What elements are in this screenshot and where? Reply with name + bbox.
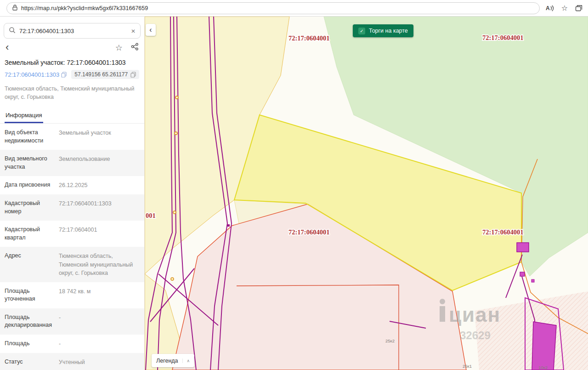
table-row: АдресТюменская область, Тюменский муници… [0,247,144,282]
table-row: Площадь декларированная- [0,308,144,335]
clear-search-icon[interactable] [131,27,136,35]
property-label: Статус [5,358,54,366]
search-box[interactable] [4,23,141,39]
read-aloud-icon[interactable]: A [545,5,554,12]
address-bar[interactable]: https://map.ru/pkk?ysclid=mkw5gx6l7k3316… [6,2,540,14]
map-canvas[interactable]: циан 32629 72:17:0604001 72:17:0604001 7… [145,17,588,370]
property-label: Дата присвоения [5,181,54,189]
building[interactable] [531,279,534,282]
url-text: https://map.ru/pkk?ysclid=mkw5gx6l7k3316… [21,5,148,11]
share-button[interactable] [131,43,139,52]
watermark-text: циан [449,303,501,326]
house-label: 25к2 [385,338,395,343]
coordinates-text: 57.149156 65.261177 [74,71,128,78]
map-area[interactable]: циан 32629 72:17:0604001 72:17:0604001 7… [145,17,588,370]
tab-bar: Информация [0,108,144,124]
torgi-button[interactable]: ✓ Торги на карте [353,24,413,37]
property-value: Землепользование [59,155,140,171]
search-input[interactable] [19,28,127,34]
app-body: Земельный участок: 72:17:0604001:1303 72… [0,17,588,370]
cadastral-number-text: 72:17:0604001:1303 [5,71,59,78]
table-row: Дата присвоения26.12.2025 [0,176,144,194]
object-address: Тюменская область, Тюменский муниципальн… [5,85,140,101]
browser-chrome: https://map.ru/pkk?ysclid=mkw5gx6l7k3316… [0,0,588,17]
table-row: Кадастровый номер72:17:0604001:1303 [0,194,144,221]
property-value: 26.12.2025 [59,181,140,189]
property-label: Площадь декларированная [5,313,54,330]
property-value: 18 742 кв. м [59,287,140,303]
back-button[interactable] [6,42,9,52]
page-title: Земельный участок: 72:17:0604001:1303 [5,59,140,66]
property-value: - [59,340,140,348]
table-row: Вид земельного участкаЗемлепользование [0,150,144,176]
info-sidebar: Земельный участок: 72:17:0604001:1303 72… [0,17,145,370]
property-label: Площадь [5,340,54,348]
check-icon: ✓ [358,28,365,34]
quarter-label: 72:17:0604001 [288,228,329,236]
property-value: - [59,313,140,330]
table-row: Площадь- [0,335,144,353]
svg-text:A: A [546,5,550,11]
copy-icon[interactable] [130,72,136,78]
legend-label: Легенда [156,358,178,364]
quarter-label: 72:17:0604001 [482,228,523,236]
search-icon [9,27,16,35]
property-value: Земельный участок [59,129,140,145]
chevron-up-icon [182,359,190,363]
collections-icon[interactable] [575,5,582,11]
sidebar-nav-row [6,42,139,52]
quarter-label: 72:17:0604001 [288,34,329,42]
utility-node [227,224,230,227]
torgi-label: Торги на карте [369,28,408,34]
table-row: СтатусУчтенный [0,353,144,370]
property-label: Адрес [5,252,54,277]
collapse-sidebar-button[interactable] [146,24,156,36]
table-row: Площадь уточненная18 742 кв. м [0,282,144,308]
favorite-button[interactable] [115,43,123,52]
building[interactable] [532,322,556,370]
legend-button[interactable]: Легенда [152,354,194,367]
house-label: 25к1 [463,364,472,369]
browser-actions: A [545,4,582,12]
favorites-star-icon[interactable] [561,4,568,12]
property-label: Площадь уточненная [5,287,54,303]
building[interactable] [517,243,529,252]
property-label: Вид объекта недвижимости [5,129,54,145]
property-value: 72:17:0604001 [59,226,140,242]
coordinates-chip[interactable]: 57.149156 65.261177 [71,70,139,79]
watermark-number: 32629 [460,329,491,342]
lock-icon [12,5,17,12]
property-value: Тюменская область, Тюменский муниципальн… [59,252,140,277]
quarter-label: 72:17:0604001 [482,34,523,41]
cadastral-number-link[interactable]: 72:17:0604001:1303 [5,71,67,78]
property-value: 72:17:0604001:1303 [59,199,140,216]
property-label: Вид земельного участка [5,155,54,171]
property-value: Учтенный [59,358,140,366]
table-row: Вид объекта недвижимостиЗемельный участо… [0,124,144,150]
properties-table: Вид объекта недвижимостиЗемельный участо… [0,124,144,370]
building[interactable] [520,272,525,276]
property-label: Кадастровый номер [5,199,54,216]
table-row: Кадастровый квартал72:17:0604001 [0,221,144,247]
copy-icon[interactable] [61,72,67,78]
identifier-chips: 72:17:0604001:1303 57.149156 65.261177 [5,70,140,79]
property-label: Кадастровый квартал [5,226,54,242]
quarter-label-partial: 001 [146,212,156,219]
tab-information[interactable]: Информация [5,108,43,123]
house-label: 10к2 [538,365,548,370]
